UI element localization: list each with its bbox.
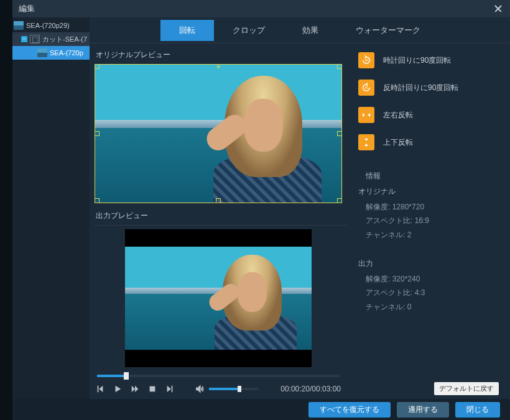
footer: すべてを復元する 適用する 閉じる xyxy=(12,399,510,420)
tree-label: SEA-(720p xyxy=(50,49,83,57)
svg-rect-0 xyxy=(150,386,155,392)
seek-thumb-icon[interactable] xyxy=(124,372,129,380)
close-button[interactable]: 閉じる xyxy=(455,402,500,418)
crop-handle-icon[interactable] xyxy=(95,198,100,203)
tree-item-selected[interactable]: SEA-(720p xyxy=(12,46,90,60)
original-preview-image xyxy=(95,65,341,203)
output-preview-image xyxy=(125,247,312,350)
tab-effect[interactable]: 効果 xyxy=(284,20,337,41)
seek-fill xyxy=(97,375,126,377)
tab-crop[interactable]: クロップ xyxy=(214,20,284,41)
tab-bar: 回転 クロップ 効果 ウォーターマーク xyxy=(90,17,510,43)
apply-button[interactable]: 適用する xyxy=(397,402,449,418)
edit-dialog: 編集 SEA-(720p29) − カット-SEA-(7 SEA-(720p 回… xyxy=(12,0,510,420)
crop-center-icon[interactable]: + xyxy=(216,64,221,69)
play-icon[interactable] xyxy=(113,385,122,393)
info-row: 解像度: 320*240 xyxy=(366,272,499,286)
rotate-label: 反時計回りに90度回転 xyxy=(383,83,458,93)
tab-watermark[interactable]: ウォーターマーク xyxy=(337,20,439,41)
svg-text:90: 90 xyxy=(365,59,369,62)
thumbnail-icon xyxy=(14,21,24,30)
close-icon[interactable] xyxy=(493,3,504,14)
titlebar: 編集 xyxy=(12,0,510,17)
crop-handle-icon[interactable] xyxy=(337,64,342,69)
clip-tree: SEA-(720p29) − カット-SEA-(7 SEA-(720p xyxy=(12,17,90,399)
crop-handle-icon[interactable] xyxy=(216,198,221,203)
original-preview-label: オリジナルプレビュー xyxy=(96,50,347,60)
tree-item-cut[interactable]: − カット-SEA-(7 xyxy=(12,32,90,46)
volume-thumb-icon[interactable] xyxy=(238,386,241,392)
tree-label: カット-SEA-(7 xyxy=(42,35,87,44)
output-preview-label: 出力プレビュー xyxy=(96,211,347,221)
original-preview-frame[interactable]: + xyxy=(95,64,342,203)
crop-handle-icon[interactable] xyxy=(337,198,342,203)
cut-icon xyxy=(30,35,40,43)
info-row: 解像度: 1280*720 xyxy=(366,200,499,214)
flip-horizontal-icon xyxy=(358,107,374,123)
flip-vertical-button[interactable]: 上下反転 xyxy=(358,130,499,158)
reset-default-button[interactable]: デフォルトに戻す xyxy=(434,382,499,395)
tree-item-root[interactable]: SEA-(720p29) xyxy=(12,19,90,32)
flip-horizontal-button[interactable]: 左右反転 xyxy=(358,103,499,130)
thumbnail-icon xyxy=(37,48,47,57)
rotate-ccw-button[interactable]: 90 反時計回りに90度回転 xyxy=(358,76,499,103)
rotate-cw-button[interactable]: 90 時計回りに90度回転 xyxy=(358,48,499,76)
right-panel: 90 時計回りに90度回転 90 反時計回りに90度回転 左右反転 上下反転 xyxy=(358,48,499,394)
crop-handle-icon[interactable] xyxy=(95,131,100,136)
info-row: アスペクト比: 16:9 xyxy=(366,214,499,228)
rotate-label: 左右反転 xyxy=(383,110,413,121)
playback-time: 00:00:20/00:03:00 xyxy=(280,385,341,393)
player-controls: 00:00:20/00:03:00 xyxy=(95,385,342,393)
svg-text:90: 90 xyxy=(365,86,369,89)
restore-all-button[interactable]: すべてを復元する xyxy=(308,402,391,418)
info-heading: 情報 xyxy=(366,169,499,183)
seek-slider[interactable] xyxy=(97,375,340,377)
volume-icon[interactable] xyxy=(195,385,204,393)
flip-vertical-icon xyxy=(358,134,374,150)
info-block: 情報 オリジナル 解像度: 1280*720 アスペクト比: 16:9 チャンネ… xyxy=(358,169,499,314)
rotate-label: 時計回りに90度回転 xyxy=(383,55,451,66)
dialog-title: 編集 xyxy=(19,3,35,14)
tab-rotate[interactable]: 回転 xyxy=(160,20,214,41)
info-original-heading: オリジナル xyxy=(358,185,499,199)
output-preview-frame xyxy=(125,229,312,367)
crop-handle-icon[interactable] xyxy=(337,131,342,136)
info-output-heading: 出力 xyxy=(358,257,499,271)
collapse-icon[interactable]: − xyxy=(21,36,27,42)
rotate-cw-icon: 90 xyxy=(358,52,374,68)
stop-icon[interactable] xyxy=(148,385,157,393)
rotate-ccw-icon: 90 xyxy=(358,80,374,96)
info-row: アスペクト比: 4:3 xyxy=(366,286,499,300)
preview-column: オリジナルプレビュー + xyxy=(95,48,347,394)
volume-slider[interactable] xyxy=(209,388,259,390)
tree-label: SEA-(720p29) xyxy=(26,22,70,29)
next-icon[interactable] xyxy=(165,385,174,393)
divider xyxy=(95,225,347,226)
info-row: チャンネル: 0 xyxy=(366,300,499,314)
prev-icon[interactable] xyxy=(96,385,104,393)
info-row: チャンネル: 2 xyxy=(366,228,499,242)
app-background-strip xyxy=(0,0,12,420)
rotate-label: 上下反転 xyxy=(383,137,413,148)
crop-handle-icon[interactable] xyxy=(95,64,100,69)
fast-forward-icon[interactable] xyxy=(131,385,139,393)
